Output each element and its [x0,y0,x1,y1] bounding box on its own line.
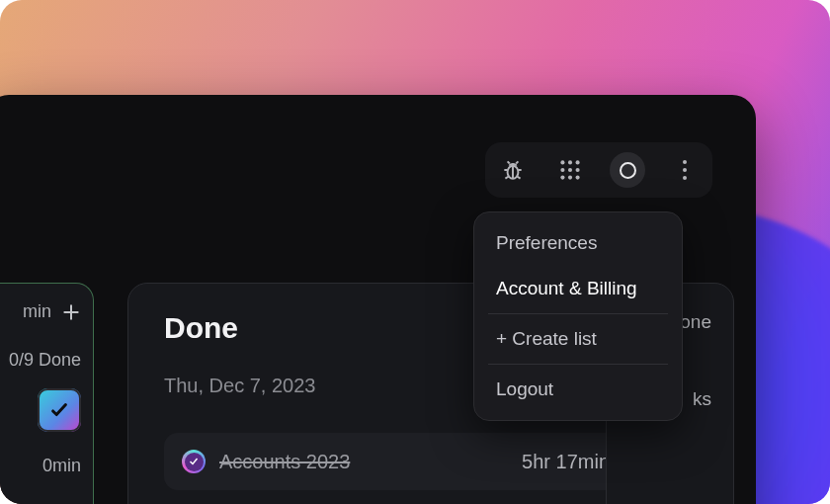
svg-point-2 [568,160,572,164]
bug-icon[interactable] [495,152,531,188]
svg-point-4 [560,168,564,172]
svg-point-3 [576,160,580,164]
task-title: Accounts 2023 [219,451,350,473]
svg-point-1 [560,160,564,164]
plus-icon[interactable] [61,302,81,322]
task-row[interactable]: Accounts 2023 5hr 17min [164,433,667,490]
more-vertical-icon[interactable] [667,152,703,188]
sidebar-done-count: 0/9 Done [0,350,81,371]
menu-item-create-list[interactable]: + Create list [474,316,682,362]
desktop-wallpaper: Preferences Account & Billing + Create l… [0,0,830,504]
menu-divider [488,313,668,314]
check-complete-icon [182,450,206,473]
sidebar-bottom-time: 0min [0,456,81,476]
window-toolbar [485,142,712,198]
avatar-button[interactable] [610,152,645,188]
sidebar-time-suffix: min [23,301,51,322]
app-chip-icon[interactable] [38,388,81,432]
account-menu: Preferences Account & Billing + Create l… [473,211,683,421]
sidebar-card-partial: min 0/9 Done 0min [0,283,94,504]
menu-item-preferences[interactable]: Preferences [474,220,682,266]
avatar-ring-icon [620,162,636,179]
task-duration: 5hr 17min [522,451,610,473]
svg-point-9 [576,176,580,180]
menu-divider [488,364,668,365]
app-window: Preferences Account & Billing + Create l… [0,95,756,504]
menu-item-logout[interactable]: Logout [474,367,682,412]
svg-point-8 [568,176,572,180]
svg-point-6 [576,168,580,172]
svg-point-5 [568,168,572,172]
menu-item-account-billing[interactable]: Account & Billing [474,266,682,311]
apps-grid-icon[interactable] [552,152,588,188]
svg-point-7 [560,176,564,180]
